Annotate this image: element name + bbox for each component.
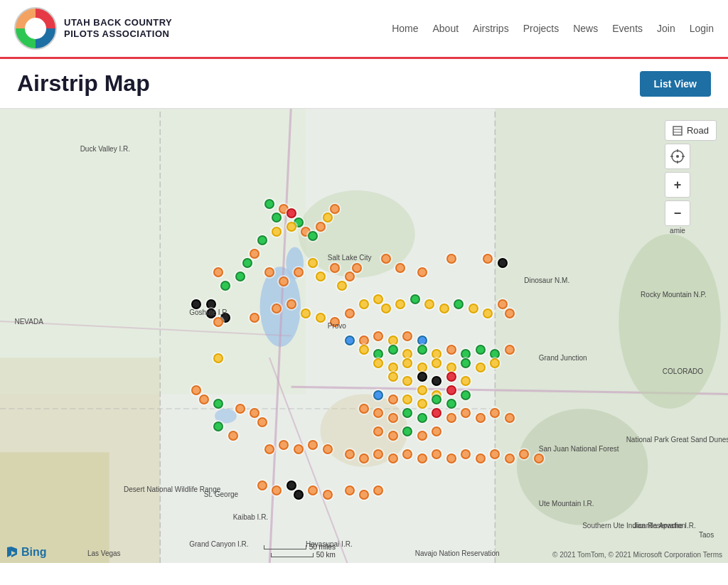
- map-container[interactable]: Duck Valley I.R.NEVADASalt Lake CityProv…: [0, 108, 728, 563]
- airstrip-marker[interactable]: [242, 258, 252, 268]
- airstrip-marker[interactable]: [330, 263, 340, 273]
- airstrip-marker[interactable]: [264, 267, 274, 277]
- location-button[interactable]: [665, 144, 690, 169]
- airstrip-marker[interactable]: [257, 235, 267, 245]
- airstrip-marker[interactable]: [446, 399, 456, 409]
- airstrip-marker[interactable]: [381, 254, 391, 264]
- airstrip-marker[interactable]: [287, 208, 296, 218]
- airstrip-marker[interactable]: [446, 372, 456, 382]
- airstrip-marker[interactable]: [199, 395, 209, 404]
- airstrip-marker[interactable]: [483, 308, 493, 318]
- airstrip-marker[interactable]: [191, 299, 201, 309]
- airstrip-marker[interactable]: [424, 299, 434, 309]
- airstrip-marker[interactable]: [345, 272, 355, 281]
- airstrip-marker[interactable]: [294, 444, 304, 454]
- airstrip-marker[interactable]: [330, 204, 340, 214]
- airstrip-marker[interactable]: [308, 440, 318, 450]
- airstrip-marker[interactable]: [446, 385, 456, 395]
- airstrip-marker[interactable]: [373, 408, 383, 418]
- zoom-out-button[interactable]: −: [665, 200, 690, 226]
- airstrip-marker[interactable]: [476, 413, 486, 423]
- airstrip-marker[interactable]: [272, 304, 282, 313]
- airstrip-marker[interactable]: [402, 358, 412, 368]
- airstrip-marker[interactable]: [206, 308, 216, 318]
- airstrip-marker[interactable]: [213, 422, 223, 431]
- airstrip-marker[interactable]: [388, 345, 398, 355]
- airstrip-marker[interactable]: [498, 258, 508, 268]
- airstrip-marker[interactable]: [388, 431, 398, 441]
- airstrip-marker[interactable]: [373, 331, 383, 341]
- airstrip-marker[interactable]: [287, 299, 296, 309]
- airstrip-marker[interactable]: [220, 281, 230, 291]
- airstrip-marker[interactable]: [446, 453, 456, 463]
- airstrip-marker[interactable]: [235, 272, 245, 281]
- airstrip-marker[interactable]: [337, 281, 347, 291]
- airstrip-marker[interactable]: [373, 449, 383, 459]
- airstrip-marker[interactable]: [446, 254, 456, 264]
- airstrip-marker[interactable]: [402, 331, 412, 341]
- airstrip-marker[interactable]: [432, 408, 441, 418]
- airstrip-marker[interactable]: [388, 395, 398, 404]
- airstrip-marker[interactable]: [272, 213, 282, 222]
- airstrip-marker[interactable]: [359, 299, 369, 309]
- airstrip-marker[interactable]: [250, 408, 259, 418]
- airstrip-marker[interactable]: [352, 263, 362, 273]
- airstrip-marker[interactable]: [323, 444, 333, 454]
- airstrip-marker[interactable]: [272, 227, 282, 237]
- airstrip-marker[interactable]: [505, 453, 515, 463]
- airstrip-marker[interactable]: [316, 272, 326, 281]
- road-toggle-button[interactable]: Road: [665, 120, 717, 141]
- airstrip-marker[interactable]: [388, 413, 398, 423]
- airstrip-marker[interactable]: [498, 299, 508, 309]
- nav-news[interactable]: News: [573, 23, 598, 34]
- airstrip-marker[interactable]: [505, 413, 515, 423]
- airstrip-marker[interactable]: [402, 408, 412, 418]
- airstrip-marker[interactable]: [454, 299, 464, 309]
- airstrip-marker[interactable]: [402, 449, 412, 459]
- airstrip-marker[interactable]: [264, 444, 274, 454]
- airstrip-marker[interactable]: [257, 417, 267, 427]
- airstrip-marker[interactable]: [476, 345, 486, 355]
- airstrip-marker[interactable]: [250, 249, 259, 259]
- airstrip-marker[interactable]: [308, 485, 318, 495]
- airstrip-marker[interactable]: [330, 317, 340, 327]
- airstrip-marker[interactable]: [417, 453, 427, 463]
- airstrip-marker[interactable]: [213, 317, 223, 327]
- airstrip-marker[interactable]: [519, 449, 529, 459]
- airstrip-marker[interactable]: [505, 345, 515, 355]
- airstrip-marker[interactable]: [439, 304, 449, 313]
- airstrip-marker[interactable]: [417, 431, 427, 441]
- airstrip-marker[interactable]: [432, 426, 441, 436]
- airstrip-marker[interactable]: [388, 372, 398, 382]
- airstrip-marker[interactable]: [257, 481, 267, 490]
- airstrip-marker[interactable]: [469, 304, 478, 313]
- airstrip-marker[interactable]: [359, 490, 369, 500]
- airstrip-marker[interactable]: [381, 304, 391, 313]
- airstrip-marker[interactable]: [345, 485, 355, 495]
- airstrip-marker[interactable]: [279, 277, 289, 286]
- nav-projects[interactable]: Projects: [523, 23, 560, 34]
- airstrip-marker[interactable]: [490, 358, 500, 368]
- nav-join[interactable]: Join: [657, 23, 675, 34]
- airstrip-marker[interactable]: [308, 231, 318, 241]
- airstrip-marker[interactable]: [316, 313, 326, 323]
- nav-home[interactable]: Home: [392, 23, 418, 34]
- airstrip-marker[interactable]: [373, 426, 383, 436]
- airstrip-marker[interactable]: [534, 453, 544, 463]
- airstrip-marker[interactable]: [490, 408, 500, 418]
- airstrip-marker[interactable]: [432, 376, 441, 386]
- airstrip-marker[interactable]: [395, 299, 405, 309]
- airstrip-marker[interactable]: [287, 222, 296, 232]
- airstrip-marker[interactable]: [410, 294, 420, 304]
- airstrip-marker[interactable]: [213, 267, 223, 277]
- nav-events[interactable]: Events: [612, 23, 643, 34]
- nav-about[interactable]: About: [432, 23, 459, 34]
- airstrip-marker[interactable]: [213, 353, 223, 363]
- airstrip-marker[interactable]: [345, 336, 355, 345]
- airstrip-marker[interactable]: [235, 404, 245, 414]
- nav-login[interactable]: Login: [690, 23, 714, 34]
- airstrip-marker[interactable]: [432, 358, 441, 368]
- airstrip-marker[interactable]: [461, 376, 471, 386]
- airstrip-marker[interactable]: [294, 490, 304, 500]
- airstrip-marker[interactable]: [345, 308, 355, 318]
